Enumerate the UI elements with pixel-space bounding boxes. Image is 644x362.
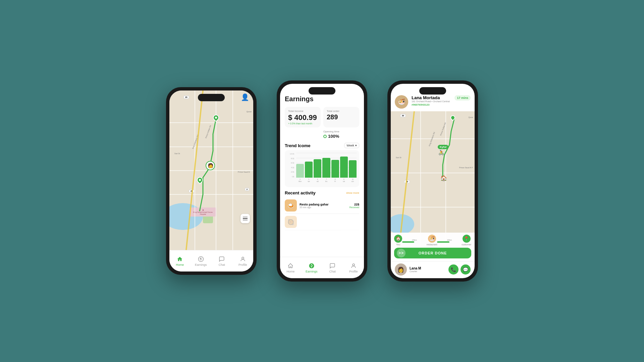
nav-home[interactable]: Home bbox=[169, 250, 191, 272]
courier-marker: 🧑 bbox=[206, 161, 215, 170]
customer-phone: #96076543123 bbox=[412, 103, 451, 106]
dist-you-restaurant: 15km bbox=[412, 239, 417, 241]
activity-food-img-2: 🥘 bbox=[285, 216, 297, 228]
x-label-tue: 5tue bbox=[305, 179, 313, 182]
restaurant-icon: 🍜 bbox=[428, 235, 436, 243]
dist-restaurant-customer: 10km bbox=[447, 239, 452, 241]
you-label: You bbox=[396, 243, 400, 246]
activity-info: Resto padang gahar 35 min ago bbox=[300, 203, 347, 208]
courier-avatar: 👩 bbox=[395, 263, 407, 276]
eta-badge: 17 mins bbox=[454, 95, 471, 101]
x-label-thu: 7thu bbox=[322, 179, 330, 182]
order-map-svg bbox=[391, 111, 475, 248]
hamburger-icon bbox=[243, 217, 248, 221]
profile-nav-icon-2 bbox=[350, 262, 357, 269]
customer-address: 181 Orchard Road • Orchard Central bbox=[412, 100, 451, 103]
pin-icon bbox=[212, 113, 220, 122]
bar-sun bbox=[349, 160, 357, 178]
nav-chat[interactable]: Chat bbox=[211, 250, 232, 272]
earnings-icon bbox=[198, 256, 204, 262]
home-icon bbox=[176, 256, 183, 262]
week-label: Week bbox=[346, 144, 354, 147]
y-label-20: 20$ bbox=[287, 171, 294, 173]
phone-3: 🍜 Lana Mortada 181 Orchard Road • Orchar… bbox=[387, 80, 478, 282]
opening-time-label: Opening time bbox=[323, 130, 359, 133]
trend-section: Trend Icome Week ▾ 100$ 80$ 60$ 40$ bbox=[285, 143, 359, 187]
earnings-sub: + 0.5% than last month bbox=[288, 122, 317, 125]
progress-segment-1: 15km bbox=[402, 239, 427, 242]
nav-earnings[interactable]: Earnings bbox=[191, 250, 212, 272]
earnings-title: Earnings bbox=[285, 95, 359, 103]
customer-info: Lana Mortada 181 Orchard Road • Orchard … bbox=[412, 95, 451, 106]
recent-header: Recent activity show more bbox=[285, 190, 359, 195]
y-label-80: 80$ bbox=[287, 158, 294, 160]
total-order-value: 289 bbox=[327, 113, 356, 121]
order-done-label: ORDER DONE bbox=[419, 251, 447, 255]
call-button[interactable]: 📞 bbox=[448, 264, 459, 275]
order-map: Prince Sultan Rd King Abdulaziz Rd Princ… bbox=[391, 111, 475, 248]
nav-chat-label-2: Chat bbox=[329, 270, 336, 273]
opening-dot-icon bbox=[323, 135, 327, 138]
earnings-stats-grid: Total Income $ 400.99 + 0.5% than last m… bbox=[285, 107, 359, 139]
customer-label: customer bbox=[462, 243, 471, 246]
total-order-label: Total order bbox=[327, 110, 356, 113]
trend-title: Trend Icome bbox=[285, 143, 311, 148]
week-select[interactable]: Week ▾ bbox=[344, 143, 359, 148]
y-label-0: 0$ bbox=[287, 176, 294, 178]
nav-home-2[interactable]: Home bbox=[280, 257, 301, 278]
activity-status: Received bbox=[350, 206, 359, 208]
bar-tue bbox=[305, 162, 313, 178]
svg-point-2 bbox=[242, 257, 244, 259]
activity-amount-value: 22$ bbox=[350, 203, 359, 206]
chart-x-labels: 4Mon 5tue 6wd 7thu 8fri 9sat 10sun bbox=[296, 179, 357, 182]
svg-line-5 bbox=[399, 111, 414, 248]
courier-bike-icon: 🚴 bbox=[438, 150, 444, 155]
earnings-amount: $ 400.99 bbox=[288, 113, 317, 122]
nav-chat-label: Chat bbox=[219, 263, 225, 266]
courier-role: Courier bbox=[410, 270, 446, 273]
x-label-fri: 8fri bbox=[331, 179, 339, 182]
customer-name: Lana Mortada bbox=[412, 95, 451, 100]
restaurant-label: restaurant bbox=[427, 243, 437, 246]
bar-mon bbox=[296, 164, 304, 178]
courier-footer: 👩 Lana M Courier 📞 💬 bbox=[391, 261, 475, 278]
message-button[interactable]: 💬 bbox=[461, 264, 471, 275]
total-income-card: Total Income $ 400.99 + 0.5% than last m… bbox=[285, 107, 321, 127]
chat-icon bbox=[218, 256, 225, 262]
profile-icon[interactable]: 👤 bbox=[241, 93, 249, 101]
chat-icon-2 bbox=[329, 262, 336, 269]
activity-amount-section: 22$ Received bbox=[350, 203, 359, 208]
show-more-link[interactable]: show more bbox=[346, 191, 359, 194]
bar-sat bbox=[340, 157, 348, 178]
activity-time: 35 min ago bbox=[300, 206, 347, 208]
progress-you: 🏠 You bbox=[394, 235, 402, 246]
total-income-label: Total Income bbox=[288, 110, 317, 113]
menu-button[interactable] bbox=[240, 214, 250, 223]
nav-profile-2[interactable]: Profile bbox=[343, 257, 364, 278]
home-icon-2 bbox=[287, 262, 294, 269]
nav-profile-label: Profile bbox=[238, 263, 247, 266]
destination-marker-2 bbox=[197, 177, 203, 183]
courier-name: Lana M bbox=[410, 266, 446, 270]
x-label-sat: 9sat bbox=[340, 179, 348, 182]
nav-earnings-label-2: Earnings bbox=[306, 270, 318, 273]
progress-restaurant: 🍜 restaurant bbox=[427, 235, 437, 246]
nav-profile[interactable]: Profile bbox=[232, 250, 254, 272]
order-done-button[interactable]: >> ORDER DONE bbox=[394, 248, 471, 258]
activity-item-2: 🥘 bbox=[285, 214, 359, 230]
nav-earnings-2[interactable]: Earnings bbox=[301, 257, 322, 278]
y-label-40: 40$ bbox=[287, 167, 294, 169]
nav-chat-2[interactable]: Chat bbox=[322, 257, 343, 278]
map-background: ✚ King Fahad Armed Forces Hospital bbox=[169, 90, 253, 250]
opening-value: 100% bbox=[328, 134, 339, 139]
svg-point-4 bbox=[353, 264, 355, 266]
total-order-card: Total order 289 bbox=[323, 107, 359, 127]
nav-home-label-2: Home bbox=[286, 270, 294, 273]
action-buttons: 📞 💬 bbox=[448, 264, 471, 275]
bottom-nav-2: Home Earnings Chat Profile bbox=[280, 257, 364, 278]
y-label-100: 100$ bbox=[287, 153, 294, 155]
customer-avatar: 🍜 bbox=[395, 95, 408, 109]
chart-bars bbox=[296, 153, 357, 178]
activity-name: Resto padang gahar bbox=[300, 203, 347, 206]
opening-time-section: Opening time 100% bbox=[323, 130, 359, 139]
